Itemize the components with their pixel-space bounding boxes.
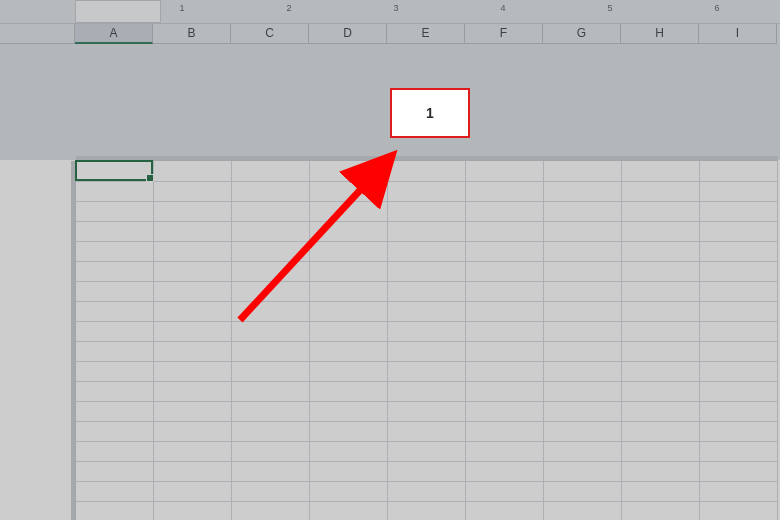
- cell[interactable]: [700, 361, 778, 381]
- cell[interactable]: [154, 201, 232, 221]
- cell[interactable]: [76, 321, 154, 341]
- cell[interactable]: [466, 261, 544, 281]
- cell[interactable]: [154, 381, 232, 401]
- cell[interactable]: [622, 281, 700, 301]
- cell[interactable]: [466, 161, 544, 181]
- cell[interactable]: [622, 501, 700, 520]
- cell[interactable]: [232, 481, 310, 501]
- cell[interactable]: [310, 181, 388, 201]
- cell[interactable]: [310, 421, 388, 441]
- cell[interactable]: [310, 341, 388, 361]
- cell[interactable]: [700, 301, 778, 321]
- cell[interactable]: [544, 181, 622, 201]
- cell[interactable]: [232, 221, 310, 241]
- cell[interactable]: [310, 161, 388, 181]
- cell[interactable]: [76, 181, 154, 201]
- cell[interactable]: [388, 301, 466, 321]
- cell[interactable]: [700, 241, 778, 261]
- cell[interactable]: [76, 481, 154, 501]
- cell[interactable]: [700, 421, 778, 441]
- cell[interactable]: [232, 361, 310, 381]
- cell[interactable]: [310, 481, 388, 501]
- cell[interactable]: [232, 461, 310, 481]
- cell[interactable]: [232, 401, 310, 421]
- column-header-e[interactable]: E: [387, 24, 465, 44]
- cell[interactable]: [700, 461, 778, 481]
- cell[interactable]: [622, 481, 700, 501]
- cell[interactable]: [310, 301, 388, 321]
- cell[interactable]: [310, 221, 388, 241]
- cell[interactable]: [76, 221, 154, 241]
- cell[interactable]: [76, 381, 154, 401]
- cell[interactable]: [700, 201, 778, 221]
- cell[interactable]: [466, 281, 544, 301]
- cell[interactable]: [388, 421, 466, 441]
- cell[interactable]: [76, 361, 154, 381]
- column-header-i[interactable]: I: [699, 24, 777, 44]
- cell[interactable]: [466, 181, 544, 201]
- cell[interactable]: [388, 261, 466, 281]
- cell[interactable]: [622, 321, 700, 341]
- cell[interactable]: [232, 321, 310, 341]
- cell[interactable]: [700, 321, 778, 341]
- cell[interactable]: [310, 261, 388, 281]
- cell[interactable]: [622, 381, 700, 401]
- cell[interactable]: [700, 401, 778, 421]
- cell[interactable]: [388, 441, 466, 461]
- cell[interactable]: [232, 161, 310, 181]
- cell[interactable]: [544, 401, 622, 421]
- cell[interactable]: [700, 481, 778, 501]
- cell[interactable]: [76, 441, 154, 461]
- cell[interactable]: [544, 201, 622, 221]
- cell[interactable]: [154, 441, 232, 461]
- cell[interactable]: [622, 181, 700, 201]
- cell[interactable]: [466, 201, 544, 221]
- cell[interactable]: [388, 281, 466, 301]
- cell[interactable]: [310, 441, 388, 461]
- cell[interactable]: [154, 421, 232, 441]
- cell[interactable]: [76, 161, 154, 181]
- cell[interactable]: [388, 501, 466, 520]
- cell[interactable]: [700, 261, 778, 281]
- cell[interactable]: [622, 441, 700, 461]
- cell[interactable]: [466, 421, 544, 441]
- cell[interactable]: [700, 221, 778, 241]
- cell[interactable]: [544, 281, 622, 301]
- cell[interactable]: [622, 261, 700, 281]
- cell[interactable]: [310, 241, 388, 261]
- cell[interactable]: [388, 461, 466, 481]
- cell[interactable]: [466, 221, 544, 241]
- cell[interactable]: [154, 321, 232, 341]
- cell[interactable]: [154, 181, 232, 201]
- column-header-g[interactable]: G: [543, 24, 621, 44]
- cell[interactable]: [466, 381, 544, 401]
- cell[interactable]: [544, 301, 622, 321]
- cell[interactable]: [544, 441, 622, 461]
- spreadsheet-grid[interactable]: [76, 161, 778, 520]
- cell[interactable]: [700, 381, 778, 401]
- cell[interactable]: [154, 281, 232, 301]
- column-header-d[interactable]: D: [309, 24, 387, 44]
- cell[interactable]: [466, 321, 544, 341]
- cell[interactable]: [310, 381, 388, 401]
- cell[interactable]: [154, 161, 232, 181]
- cell[interactable]: [310, 401, 388, 421]
- cell[interactable]: [310, 361, 388, 381]
- cell[interactable]: [232, 301, 310, 321]
- cell[interactable]: [76, 301, 154, 321]
- cell[interactable]: [310, 201, 388, 221]
- cell[interactable]: [622, 421, 700, 441]
- cell[interactable]: [76, 281, 154, 301]
- cell[interactable]: [466, 501, 544, 520]
- cell[interactable]: [154, 221, 232, 241]
- cell[interactable]: [154, 241, 232, 261]
- cell[interactable]: [700, 281, 778, 301]
- cell[interactable]: [232, 201, 310, 221]
- cell[interactable]: [232, 501, 310, 520]
- cell[interactable]: [76, 461, 154, 481]
- cell[interactable]: [700, 181, 778, 201]
- cell[interactable]: [310, 501, 388, 520]
- cell[interactable]: [622, 241, 700, 261]
- cell[interactable]: [466, 341, 544, 361]
- cell[interactable]: [622, 401, 700, 421]
